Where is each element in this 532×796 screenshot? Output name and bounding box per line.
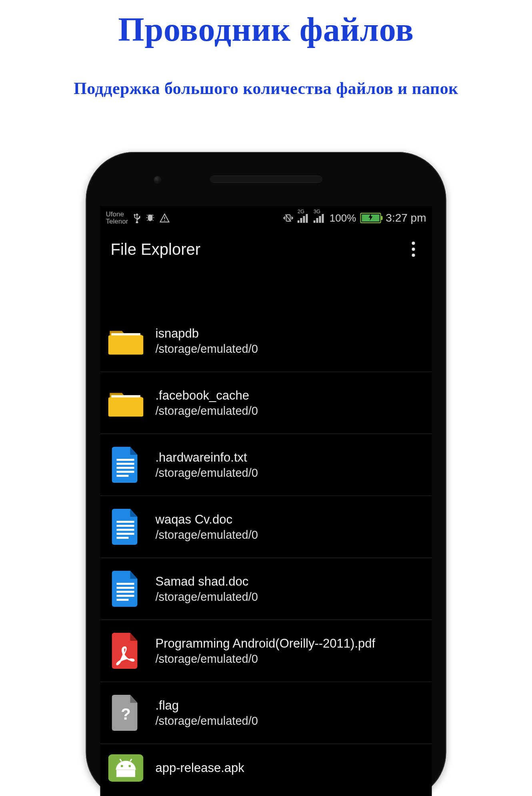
phone-top [86, 152, 446, 206]
pdf-icon [108, 633, 144, 668]
svg-rect-26 [116, 770, 135, 777]
carrier-labels: Ufone Telenor [106, 211, 128, 225]
svg-rect-14 [117, 529, 134, 531]
carrier-1: Ufone [106, 211, 128, 218]
svg-rect-21 [117, 599, 129, 601]
apk-icon [108, 750, 144, 786]
signal-3g-icon: 3G [314, 213, 326, 223]
svg-rect-7 [117, 459, 134, 461]
status-right: 2G 3G 100% 3:27 pm [283, 212, 426, 224]
svg-text:?: ? [121, 705, 130, 723]
app-spacer [100, 268, 432, 310]
file-name: app-release.apk [156, 761, 244, 775]
overflow-menu-icon[interactable] [406, 242, 422, 257]
document-icon [108, 509, 144, 544]
status-left: Ufone Telenor [106, 211, 170, 225]
page-title: Проводник файлов [0, 10, 532, 49]
file-name: .facebook_cache [156, 388, 258, 403]
file-path: /storage/emulated/0 [156, 466, 258, 480]
file-name: .flag [156, 698, 258, 713]
svg-rect-9 [117, 467, 134, 469]
battery-icon [360, 213, 381, 223]
file-name: isnapdb [156, 326, 258, 341]
file-path: /storage/emulated/0 [156, 342, 258, 356]
svg-rect-10 [117, 471, 134, 473]
list-item[interactable]: waqas Cv.doc /storage/emulated/0 [100, 496, 432, 558]
battery-percent: 100% [330, 212, 356, 224]
svg-rect-13 [117, 525, 134, 527]
folder-icon [108, 323, 144, 358]
app-title: File Explorer [111, 240, 406, 258]
app-bar: File Explorer [100, 230, 432, 268]
phone-screen: Ufone Telenor 2G [100, 206, 432, 796]
file-path: /storage/emulated/0 [156, 652, 376, 666]
svg-rect-11 [117, 475, 129, 477]
list-item[interactable]: .facebook_cache /storage/emulated/0 [100, 372, 432, 434]
carrier-2: Telenor [106, 218, 128, 225]
file-name: Samad shad.doc [156, 574, 258, 589]
svg-point-25 [128, 765, 131, 767]
folder-icon [108, 385, 144, 420]
file-name: .hardwareinfo.txt [156, 450, 258, 465]
clock: 3:27 pm [386, 212, 426, 224]
file-path: /storage/emulated/0 [156, 528, 258, 542]
list-item[interactable]: isnapdb /storage/emulated/0 [100, 310, 432, 372]
file-path: /storage/emulated/0 [156, 590, 258, 604]
front-camera [154, 176, 161, 183]
file-path: /storage/emulated/0 [156, 714, 258, 728]
svg-rect-17 [117, 583, 134, 585]
svg-rect-19 [117, 591, 134, 593]
file-name: waqas Cv.doc [156, 512, 258, 527]
speaker-grill [210, 176, 322, 183]
svg-point-24 [121, 765, 123, 767]
svg-rect-8 [117, 463, 134, 465]
svg-point-0 [148, 216, 152, 219]
svg-rect-16 [117, 537, 129, 539]
usb-icon [133, 213, 141, 223]
file-path: /storage/emulated/0 [156, 404, 258, 418]
svg-rect-20 [117, 595, 134, 597]
status-bar: Ufone Telenor 2G [100, 206, 432, 230]
signal-2g-icon: 2G [298, 213, 310, 223]
unknown-file-icon: ? [108, 695, 144, 730]
svg-point-2 [164, 220, 165, 221]
document-icon [108, 571, 144, 606]
page-subtitle: Поддержка большого количества файлов и п… [0, 79, 532, 98]
svg-rect-15 [117, 533, 134, 535]
document-icon [108, 447, 144, 482]
warning-icon [159, 213, 170, 223]
list-item[interactable]: Samad shad.doc /storage/emulated/0 [100, 558, 432, 620]
list-item[interactable]: ? .flag /storage/emulated/0 [100, 682, 432, 744]
debug-icon [146, 214, 154, 222]
svg-rect-12 [117, 521, 134, 523]
file-list[interactable]: isnapdb /storage/emulated/0 .facebook_ca… [100, 310, 432, 792]
file-name: Programming Android(Oreilly--2011).pdf [156, 636, 376, 651]
svg-rect-18 [117, 587, 134, 589]
list-item[interactable]: .hardwareinfo.txt /storage/emulated/0 [100, 434, 432, 496]
list-item[interactable]: Programming Android(Oreilly--2011).pdf /… [100, 620, 432, 682]
vibrate-icon [283, 213, 294, 223]
phone-frame: Ufone Telenor 2G [86, 152, 446, 796]
signal-3g-label: 3G [314, 208, 320, 214]
list-item[interactable]: app-release.apk [100, 744, 432, 792]
signal-2g-label: 2G [298, 208, 304, 214]
